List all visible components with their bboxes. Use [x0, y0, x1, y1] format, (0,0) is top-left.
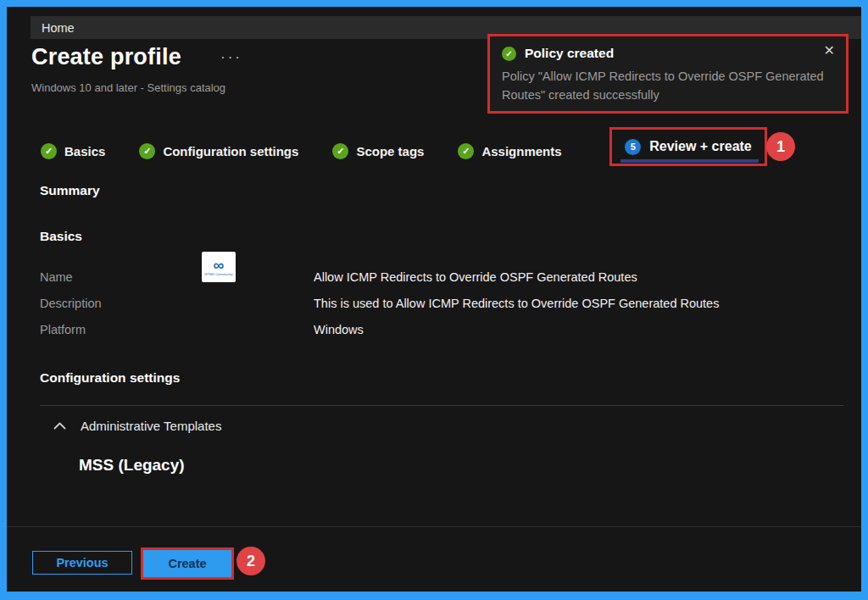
wizard-step-label: Scope tags [356, 144, 424, 158]
chevron-up-icon [53, 422, 66, 430]
wizard-step-label: Basics [64, 144, 105, 158]
basics-heading: Basics [40, 229, 82, 244]
table-row: Platform Windows [40, 320, 820, 339]
page-subtitle: Windows 10 and later - Settings catalog [31, 81, 225, 94]
wizard-step-label: Assignments [481, 144, 561, 158]
annotation-box-create: Create [141, 547, 234, 580]
wizard-step-review-create[interactable]: 5 Review + create [609, 127, 767, 166]
breadcrumb-home-link[interactable]: Home [42, 21, 75, 35]
wizard-step-label: Configuration settings [163, 144, 298, 158]
wizard-steps: ✓ Basics ✓ Configuration settings ✓ Scop… [41, 134, 562, 168]
field-value: Allow ICMP Redirects to Override OSPF Ge… [314, 268, 820, 286]
field-label: Name [40, 268, 314, 286]
check-icon: ✓ [139, 143, 155, 159]
toast-header: ✓ Policy created [502, 46, 834, 61]
check-icon: ✓ [332, 143, 348, 159]
policy-created-toast: ✓ Policy created ✕ Policy "Allow ICMP Re… [487, 34, 849, 114]
field-label: Description [40, 294, 314, 313]
summary-heading: Summary [40, 183, 100, 198]
annotation-badge-1: 1 [766, 132, 795, 161]
annotation-badge-2: 2 [236, 547, 265, 575]
check-icon: ✓ [458, 143, 474, 159]
administrative-templates-expander[interactable]: Administrative Templates [53, 419, 221, 433]
table-row: Name Allow ICMP Redirects to Override OS… [40, 268, 820, 286]
portal-window: Home Create profile ··· Windows 10 and l… [0, 0, 868, 600]
wizard-step-basics[interactable]: ✓ Basics [41, 143, 105, 159]
toast-title: Policy created [525, 46, 614, 61]
toast-message: Policy "Allow ICMP Redirects to Override… [502, 68, 843, 105]
field-label: Platform [40, 320, 314, 339]
active-tab-underline [620, 159, 759, 163]
more-options-icon[interactable]: ··· [220, 49, 242, 66]
wizard-step-label: Review + create [649, 139, 752, 154]
section-divider [40, 405, 843, 406]
subgroup-label: MSS (Legacy) [79, 456, 185, 475]
footer-divider [7, 526, 861, 527]
create-button[interactable]: Create [143, 550, 231, 577]
page-title: Create profile [31, 44, 181, 70]
field-value: Windows [314, 320, 820, 339]
step-number-icon: 5 [625, 139, 641, 155]
configuration-settings-heading: Configuration settings [40, 370, 180, 386]
wizard-step-configuration-settings[interactable]: ✓ Configuration settings [139, 143, 298, 159]
basics-summary-table: Name Allow ICMP Redirects to Override OS… [40, 268, 820, 347]
check-icon: ✓ [41, 143, 57, 159]
close-icon[interactable]: ✕ [824, 44, 835, 58]
wizard-step-assignments[interactable]: ✓ Assignments [458, 143, 561, 159]
table-row: Description This is used to Allow ICMP R… [40, 294, 820, 313]
previous-button[interactable]: Previous [32, 551, 132, 575]
field-value: This is used to Allow ICMP Redirects to … [314, 294, 820, 313]
success-check-icon: ✓ [502, 47, 516, 61]
wizard-step-scope-tags[interactable]: ✓ Scope tags [332, 143, 424, 159]
group-label: Administrative Templates [81, 419, 221, 433]
